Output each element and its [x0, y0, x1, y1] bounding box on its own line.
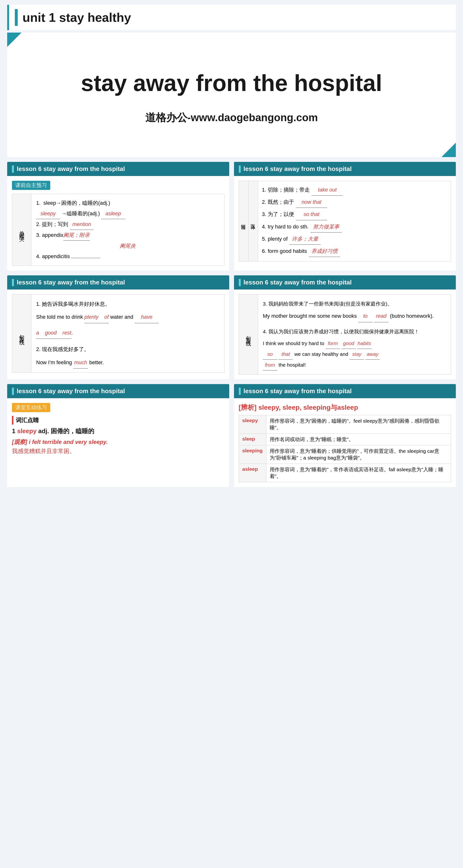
fill-plenty-of: plenty of: [85, 311, 109, 323]
bottom-grid: lesson 6 stay away from the hospital 课堂互…: [7, 384, 456, 487]
vocab-side-label: 单 词 闯 关: [12, 194, 31, 266]
content-grid: lesson 6 stay away from the hospital 课前自…: [7, 162, 456, 379]
fill-appendix: 阑尾；附录: [63, 230, 90, 241]
fill-now-that: now that: [296, 196, 327, 208]
sentence-inner2: 句 型 在 线 3. 我妈妈给我带来了一些新书来阅读(但是没有家庭作业)。 My…: [239, 294, 451, 374]
phrase-side-col2: 互 译: [249, 181, 258, 261]
panel4-body: 句 型 在 线 3. 我妈妈给我带来了一些新书来阅读(但是没有家庭作业)。 My…: [234, 289, 456, 379]
phrase-table: 短 语 互 译 1. 切除；摘除；带走 take out 2. 既然；由于: [239, 181, 451, 261]
compare-row-sleepy: sleepy 用作形容词，意为"困倦的，瞌睡的"。feel sleepy意为"感…: [239, 415, 451, 434]
sentence-inner1: 句 型 在 线 1. 她告诉我多喝水并好好休息。 She told me to …: [12, 294, 224, 372]
panel6-header: lesson 6 stay away from the hospital: [234, 384, 456, 398]
phrase-side-lang: 语: [240, 221, 247, 222]
vocab-side-text4: 关: [18, 232, 25, 233]
vocab-item-4: 3. appendix阑尾；附录: [36, 230, 220, 241]
sent4-cn: 4. 我认为我们应该努力养成好习惯，以便我们能保持健康并远离医院！: [263, 326, 446, 337]
panel5-header-bar: [12, 388, 14, 395]
analysis-title: [辨析] sleepy, sleep, sleeping与asleep: [239, 403, 451, 412]
sent3-en: My mother brought me some new books to r…: [263, 310, 446, 322]
word-sleepy-desc: 用作形容词，意为"困倦的，瞌睡的"。feel sleepy意为"感到困倦，感到昏…: [266, 415, 451, 434]
fill-mention: mention: [70, 219, 94, 230]
phrase-row-5: 5. plenty of 许多；大量: [262, 234, 447, 245]
phrase-num-2: 2. 既然；由于: [262, 196, 294, 208]
panel1-body: 课前自主预习 单 词 闯 关 1. sleep→困倦的，瞌睡的(adj.) sl…: [7, 176, 229, 271]
vocab-accent-bar: [12, 416, 13, 425]
phrase-num-4: 4. try hard to do sth.: [262, 221, 309, 232]
fill-good-rest: a good rest: [36, 327, 71, 339]
fill-take-out: take out: [312, 184, 343, 196]
word-asleep-desc: 用作形容词，意为"睡着的"，常作表语或宾语补足语。fall asleep意为"入…: [266, 464, 451, 482]
panel5-header-text: lesson 6 stay away from the hospital: [17, 388, 125, 395]
panel-sentence1: lesson 6 stay away from the hospital 句 型…: [7, 275, 229, 379]
vocab-highlight-row: 词汇点睛: [12, 416, 225, 425]
ss3: 在: [18, 334, 25, 335]
panel4-header-text: lesson 6 stay away from the hospital: [243, 279, 352, 286]
sent1-en2: a good rest.: [36, 327, 220, 339]
ss8: 线: [245, 337, 252, 337]
sentence-table1: 句 型 在 线 1. 她告诉我多喝水并好好休息。 She told me to …: [12, 294, 225, 373]
sentence-content2: 3. 我妈妈给我带来了一些新书来阅读(但是没有家庭作业)。 My mother …: [258, 294, 451, 374]
sent1-en: She told me to drink plenty of water and…: [36, 311, 220, 323]
vocab-item-6: 4. appendicitis: [36, 251, 220, 262]
vocab-item-3: 2. 提到；写到 mention: [36, 219, 220, 230]
phrase-table-inner: 短 语 互 译 1. 切除；摘除；带走 take out 2. 既然；由于: [239, 181, 451, 261]
vocab-table: 单 词 闯 关 1. sleep→困倦的，瞌睡的(adj.) sleepy →瞌…: [12, 194, 225, 266]
panel2-header: lesson 6 stay away from the hospital: [234, 162, 456, 176]
ss2: 型: [18, 332, 25, 333]
sent3-cn: 3. 我妈妈给我带来了一些新书来阅读(但是没有家庭作业)。: [263, 298, 446, 309]
word-sleep-label: sleep: [239, 434, 266, 445]
fill-habits2: habits: [357, 338, 372, 349]
panel2-header-text: lesson 6 stay away from the hospital: [243, 165, 352, 173]
header-title: unit 1 stay healthy: [23, 10, 131, 25]
phrase-row-2: 2. 既然；由于 now that: [262, 196, 447, 208]
vocab-item-5: 阑尾炎: [36, 241, 220, 251]
phrase-num-6: 6. form good habits: [262, 246, 307, 257]
hero-triangle-tl: [7, 33, 22, 47]
sentence-side2: 句 型 在 线: [239, 294, 258, 374]
sent2-cn: 2. 现在我感觉好多了。: [36, 344, 220, 355]
fill-so: so: [263, 349, 277, 360]
fill-that2: that: [278, 349, 293, 360]
word-sleeping-desc: 用作形容词，意为"睡着的；供睡觉用的"，可作前置定语。the sleeping …: [266, 445, 451, 464]
phrase-num-1: 1. 切除；摘除；带走: [262, 184, 310, 195]
vocab-label: 词汇点睛: [16, 416, 39, 424]
panel1-header-text: lesson 6 stay away from the hospital: [17, 165, 125, 173]
panel2-header-bar: [239, 165, 241, 173]
ss6: 型: [245, 333, 252, 334]
header-accent-bar: [15, 9, 18, 26]
phrase-side-col1: 短 语: [239, 181, 249, 261]
phrase-content: 1. 切除；摘除；带走 take out 2. 既然；由于 now that 3…: [258, 181, 451, 261]
panel4-header-bar: [239, 279, 241, 286]
panel5-body: 课堂互动练习 词汇点睛 1 sleepy adj. 困倦的，瞌睡的 [观察] i…: [7, 398, 229, 464]
panel3-header: lesson 6 stay away from the hospital: [7, 275, 229, 289]
panel-interactive: lesson 6 stay away from the hospital 课堂互…: [7, 384, 229, 487]
fill-asleep: asleep: [101, 208, 125, 219]
phrase-num-3: 3. 为了；以便: [262, 209, 294, 220]
panel6-header-bar: [239, 388, 241, 395]
vocab-content: 1. sleep→困倦的，瞌睡的(adj.) sleepy →瞌睡着的(adj.…: [31, 194, 224, 266]
panel-analysis: lesson 6 stay away from the hospital [辨析…: [234, 384, 456, 487]
panel3-header-text: lesson 6 stay away from the hospital: [17, 279, 125, 286]
compare-row-sleep: sleep 用作名词或动词，意为"睡眠；睡觉"。: [239, 434, 451, 445]
word-compare-table: sleepy 用作形容词，意为"困倦的，瞌睡的"。feel sleepy意为"感…: [239, 415, 451, 482]
panel-sentence2: lesson 6 stay away from the hospital 句 型…: [234, 275, 456, 379]
panel6-header-text: lesson 6 stay away from the hospital: [243, 388, 352, 395]
fill-to: to: [358, 310, 372, 322]
hero-main-title: stay away from the hospital: [81, 70, 382, 96]
ss1: 句: [18, 331, 25, 331]
fill-read: read: [374, 310, 388, 322]
hero-triangle-br: [441, 143, 456, 157]
compare-row-sleeping: sleeping 用作形容词，意为"睡着的；供睡觉用的"，可作前置定语。the …: [239, 445, 451, 464]
fill-sleepy: sleepy: [36, 208, 60, 219]
vocab-side-text3: 闯: [18, 230, 25, 231]
panel-vocab: lesson 6 stay away from the hospital 课前自…: [7, 162, 229, 271]
ss7: 在: [245, 335, 252, 336]
panel1-header-bar: [12, 165, 14, 173]
word-asleep-label: asleep: [239, 464, 266, 482]
observe-chinese: 我感觉糟糕并且非常困。: [12, 447, 225, 455]
fill-much: much: [73, 357, 88, 369]
fill-try-hard: 努力做某事: [310, 221, 342, 232]
vocab-side-text: 单: [18, 226, 25, 227]
observe-label: [观察] i felt terrible and very sleepy.: [12, 438, 225, 446]
panel1-header: lesson 6 stay away from the hospital: [7, 162, 229, 176]
